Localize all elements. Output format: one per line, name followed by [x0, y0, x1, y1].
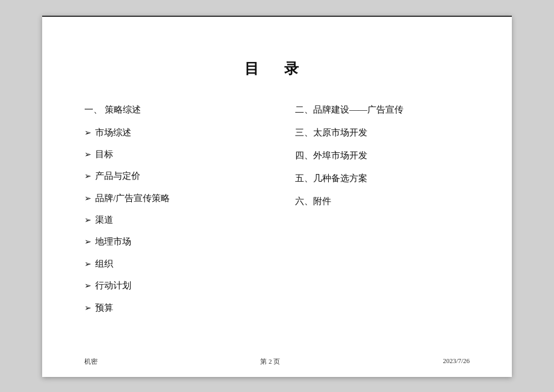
- toc-item-item-3: 三、太原市场开发: [295, 125, 470, 140]
- toc-item-item-budget: ➢预算: [84, 300, 259, 315]
- bullet-icon: ➢: [84, 235, 92, 249]
- bullet-icon: ➢: [84, 192, 92, 205]
- toc-left: 一、 策略综述➢市场综述➢目标➢产品与定价➢品牌/广告宣传策略➢渠道➢地理市场➢…: [84, 102, 271, 323]
- toc-item-item-brand-strategy: ➢品牌/广告宣传策略: [84, 191, 259, 205]
- toc-item-item-5: 五、几种备选方案: [295, 171, 470, 185]
- toc-label: 目标: [95, 147, 113, 161]
- bullet-icon: ➢: [84, 214, 92, 227]
- toc-item-item-action: ➢行动计划: [84, 278, 259, 293]
- toc-item-item-geo: ➢地理市场: [84, 234, 259, 249]
- page-content: 目 录 一、 策略综述➢市场综述➢目标➢产品与定价➢品牌/广告宣传策略➢渠道➢地…: [42, 17, 512, 353]
- page-container: 目 录 一、 策略综述➢市场综述➢目标➢产品与定价➢品牌/广告宣传策略➢渠道➢地…: [42, 16, 512, 377]
- bullet-icon: ➢: [84, 126, 92, 140]
- toc-item-item-2: 二、品牌建设——广告宣传: [295, 102, 470, 117]
- bullet-icon: ➢: [84, 148, 92, 161]
- toc-item-item-1: 一、 策略综述: [84, 102, 259, 117]
- toc-label: 地理市场: [95, 234, 131, 249]
- footer-date: 2023/7/26: [443, 357, 470, 366]
- bullet-icon: ➢: [84, 302, 92, 315]
- toc-label: 预算: [95, 300, 113, 315]
- footer-confidential: 机密: [84, 357, 98, 366]
- toc-item-item-org: ➢组织: [84, 257, 259, 271]
- bullet-icon: ➢: [84, 170, 92, 183]
- bullet-icon: ➢: [84, 279, 92, 293]
- toc-right: 二、品牌建设——广告宣传三、太原市场开发四、外埠市场开发五、几种备选方案六、附件: [271, 102, 470, 323]
- toc-label: 品牌/广告宣传策略: [95, 191, 170, 205]
- bullet-icon: ➢: [84, 258, 92, 271]
- toc-item-item-4: 四、外埠市场开发: [295, 148, 470, 163]
- toc-item-item-product: ➢产品与定价: [84, 169, 259, 183]
- footer-page-number: 第 2 页: [260, 357, 280, 366]
- toc-label: 行动计划: [95, 278, 131, 293]
- toc-item-item-target: ➢目标: [84, 147, 259, 161]
- toc-label: 组织: [95, 257, 113, 271]
- page-footer: 机密 第 2 页 2023/7/26: [84, 357, 470, 366]
- toc-label: 市场综述: [95, 125, 131, 140]
- toc-label: 渠道: [95, 213, 113, 227]
- toc-item-item-6: 六、附件: [295, 194, 470, 208]
- toc-item-item-channel: ➢渠道: [84, 213, 259, 227]
- toc-item-item-market: ➢市场综述: [84, 125, 259, 140]
- toc-label: 产品与定价: [95, 169, 140, 183]
- toc-container: 一、 策略综述➢市场综述➢目标➢产品与定价➢品牌/广告宣传策略➢渠道➢地理市场➢…: [84, 102, 470, 323]
- page-title: 目 录: [84, 59, 470, 78]
